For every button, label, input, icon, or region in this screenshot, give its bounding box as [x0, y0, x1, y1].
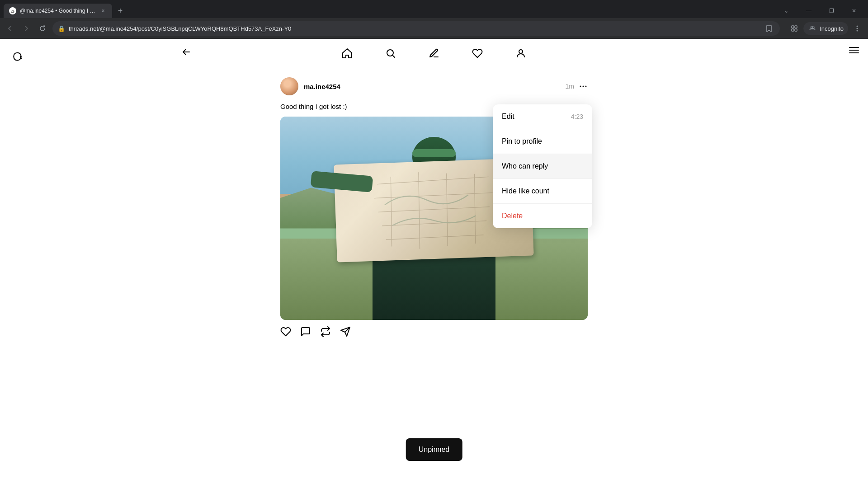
url-bar[interactable]: 🔒 threads.net/@ma.ine4254/post/C0yiSGBLn… [52, 21, 780, 36]
dropdown-menu: Edit 4:23 Pin to profile Who can reply H… [493, 104, 592, 228]
home-nav-button[interactable] [339, 45, 355, 61]
like-button[interactable] [280, 326, 291, 337]
who-can-reply-label: Who can reply [502, 162, 548, 170]
minimize-button[interactable]: — [798, 4, 819, 18]
profile-nav-button[interactable] [513, 45, 529, 61]
edit-menu-item[interactable]: Edit 4:23 [493, 104, 592, 129]
tab-bar: @ @ma.ine4254 • Good thing I go... × + ⌄… [0, 0, 868, 18]
browser-menu-button[interactable] [850, 21, 864, 36]
svg-rect-5 [795, 29, 797, 31]
url-text: threads.net/@ma.ine4254/post/C0yiSGBLnpq… [69, 25, 760, 32]
post-actions [280, 320, 588, 343]
svg-point-16 [583, 86, 584, 87]
svg-point-10 [857, 28, 858, 29]
activity-nav-button[interactable] [469, 45, 486, 61]
extensions-button[interactable] [787, 21, 802, 36]
left-sidebar [0, 39, 36, 488]
svg-point-13 [387, 50, 393, 56]
compose-nav-button[interactable] [426, 45, 442, 61]
time-ago: 1m [566, 83, 574, 90]
search-nav-button[interactable] [382, 45, 399, 61]
delete-label: Delete [502, 212, 523, 220]
window-controls: ⌄ — ❐ ✕ [776, 4, 864, 18]
maximize-button[interactable]: ❐ [821, 4, 842, 18]
svg-text:@: @ [11, 9, 14, 14]
repost-button[interactable] [320, 326, 331, 337]
main-content: ma.ine4254 1m Good thing I got lost :) [36, 39, 832, 488]
tab-list-button[interactable]: ⌄ [776, 4, 797, 18]
threads-logo[interactable] [9, 48, 27, 66]
back-button[interactable] [4, 22, 16, 35]
edit-label: Edit [502, 113, 514, 121]
url-actions [764, 23, 774, 34]
svg-point-11 [857, 30, 858, 32]
forward-button[interactable] [20, 22, 33, 35]
svg-line-18 [377, 177, 489, 184]
hide-like-count-label: Hide like count [502, 187, 549, 195]
share-button[interactable] [340, 326, 351, 337]
more-options-button[interactable] [579, 82, 588, 91]
svg-point-7 [811, 27, 812, 28]
address-bar: 🔒 threads.net/@ma.ine4254/post/C0yiSGBLn… [0, 18, 868, 39]
pin-to-profile-menu-item[interactable]: Pin to profile [493, 129, 592, 154]
svg-line-26 [473, 174, 477, 244]
active-tab[interactable]: @ @ma.ine4254 • Good thing I go... × [4, 4, 112, 18]
edit-time: 4:23 [571, 113, 583, 120]
svg-line-24 [417, 172, 421, 249]
hide-like-count-menu-item[interactable]: Hide like count [493, 179, 592, 203]
comment-button[interactable] [300, 326, 311, 337]
browser-actions: Incognito [787, 21, 864, 36]
svg-rect-4 [792, 29, 794, 31]
svg-point-8 [813, 27, 815, 28]
post-meta: 1m [566, 82, 588, 91]
back-nav-button[interactable] [181, 47, 192, 60]
tab-title: @ma.ine4254 • Good thing I go... [20, 8, 96, 14]
post-container: ma.ine4254 1m Good thing I got lost :) [280, 68, 588, 352]
svg-rect-3 [795, 26, 797, 28]
menu-line-1 [849, 47, 859, 48]
menu-line-3 [849, 52, 859, 53]
delete-menu-item[interactable]: Delete [493, 204, 592, 228]
toast-label: Unpinned [419, 446, 450, 453]
top-nav [36, 39, 832, 68]
reload-button[interactable] [36, 22, 49, 35]
svg-point-15 [580, 86, 581, 87]
svg-point-17 [585, 86, 587, 87]
lock-icon: 🔒 [58, 25, 65, 32]
hamburger-menu-button[interactable] [849, 47, 859, 53]
tab-close-button[interactable]: × [99, 7, 107, 14]
username[interactable]: ma.ine4254 [304, 83, 566, 90]
right-sidebar [832, 39, 868, 488]
incognito-icon [808, 24, 817, 33]
page-content: ma.ine4254 1m Good thing I got lost :) [0, 39, 868, 488]
bookmark-button[interactable] [764, 23, 774, 34]
svg-rect-2 [792, 26, 794, 28]
post-header: ma.ine4254 1m [280, 77, 588, 95]
svg-point-9 [857, 26, 858, 27]
browser-chrome: @ @ma.ine4254 • Good thing I go... × + ⌄… [0, 0, 868, 39]
new-tab-button[interactable]: + [114, 5, 127, 17]
toast-notification: Unpinned [406, 438, 462, 461]
close-window-button[interactable]: ✕ [844, 4, 864, 18]
who-can-reply-menu-item[interactable]: Who can reply [493, 154, 592, 178]
tab-favicon: @ [9, 7, 16, 14]
pin-label: Pin to profile [502, 137, 542, 145]
svg-point-14 [519, 50, 523, 53]
menu-line-2 [849, 50, 859, 51]
incognito-label: Incognito [820, 25, 844, 32]
incognito-badge[interactable]: Incognito [803, 22, 848, 35]
svg-line-20 [378, 207, 490, 212]
avatar[interactable] [280, 77, 298, 95]
svg-line-25 [445, 174, 449, 246]
svg-line-22 [386, 235, 484, 240]
